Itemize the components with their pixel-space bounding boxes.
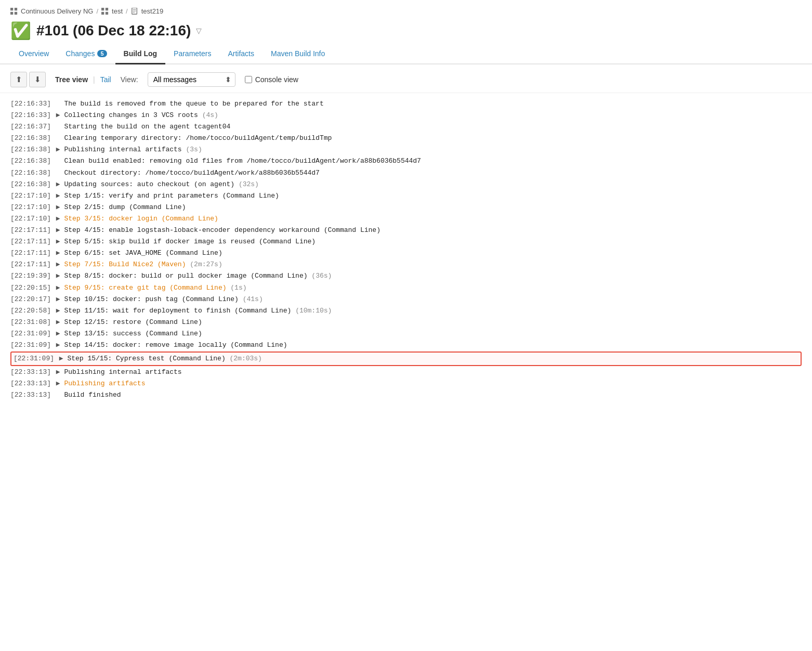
log-arrow[interactable]: ▶ — [52, 236, 64, 248]
log-arrow — [52, 121, 64, 133]
log-arrow[interactable]: ▶ — [52, 294, 64, 305]
log-time: [22:17:10] — [10, 213, 52, 225]
tab-artifacts[interactable]: Artifacts — [219, 44, 263, 64]
tab-overview[interactable]: Overview — [10, 44, 57, 64]
log-line: [22:17:10] ▶ Step 1/15: verify and print… — [10, 190, 802, 202]
log-text: Step 8/15: docker: build or pull docker … — [64, 270, 802, 282]
success-icon: ✅ — [10, 22, 31, 39]
view-select-wrap: All messages Important messages Warnings… — [148, 72, 235, 87]
build-dropdown-arrow[interactable]: ▽ — [196, 27, 202, 35]
breadcrumb-part3[interactable]: test219 — [141, 7, 164, 15]
console-view-wrap: Console view — [245, 75, 298, 84]
scroll-top-button[interactable]: ⬆ — [10, 72, 27, 87]
log-arrow[interactable]: ▶ — [52, 190, 64, 202]
log-line: [22:20:58] ▶ Step 11/15: wait for deploy… — [10, 305, 802, 317]
log-line: [22:31:08] ▶ Step 12/15: restore (Comman… — [10, 317, 802, 328]
log-arrow — [52, 389, 64, 401]
svg-rect-1 — [15, 8, 17, 10]
tab-maven-build-info[interactable]: Maven Build Info — [263, 44, 333, 64]
tree-view-link[interactable]: Tree view — [55, 75, 88, 84]
log-arrow — [52, 133, 64, 144]
log-text: Step 6/15: set JAVA_HOME (Command Line) — [64, 248, 802, 259]
log-text: Step 5/15: skip build if docker image is… — [64, 236, 802, 248]
log-text: Publishing internal artifacts — [64, 367, 802, 378]
log-arrow[interactable]: ▶ — [52, 110, 64, 121]
view-select[interactable]: All messages Important messages Warnings… — [148, 72, 235, 87]
log-text: Step 4/15: enable logstash-loback-encode… — [64, 225, 802, 236]
breadcrumb: Continuous Delivery NG / test / test219 — [0, 0, 812, 20]
log-line: [22:33:13] ▶ Publishing internal artifac… — [10, 367, 802, 378]
log-time: [22:19:39] — [10, 270, 52, 282]
toolbar: ⬆ ⬇ Tree view | Tail View: All messages … — [0, 64, 812, 93]
tab-parameters[interactable]: Parameters — [165, 44, 219, 64]
log-arrow[interactable]: ▶ — [52, 328, 64, 340]
log-arrow[interactable]: ▶ — [52, 378, 64, 389]
tab-changes[interactable]: Changes 5 — [57, 44, 115, 64]
log-arrow — [52, 155, 64, 167]
log-duration: (2m:03s) — [230, 355, 262, 362]
log-time: [22:17:10] — [10, 202, 52, 213]
log-time: [22:20:58] — [10, 305, 52, 317]
log-time: [22:16:33] — [10, 98, 52, 110]
log-arrow[interactable]: ▶ — [52, 282, 64, 294]
breadcrumb-part2[interactable]: test — [112, 7, 123, 15]
log-duration: (1s) — [230, 284, 246, 292]
svg-rect-4 — [101, 8, 104, 10]
log-arrow[interactable]: ▶ — [52, 202, 64, 213]
tab-build-log[interactable]: Build Log — [115, 44, 166, 64]
log-arrow[interactable]: ▶ — [52, 225, 64, 236]
log-text: Starting the build on the agent tcagent0… — [64, 121, 802, 133]
log-arrow[interactable]: ▶ — [52, 270, 64, 282]
log-arrow[interactable]: ▶ — [52, 248, 64, 259]
log-arrow[interactable]: ▶ — [52, 317, 64, 328]
tail-link[interactable]: Tail — [100, 75, 111, 84]
log-time: [22:17:11] — [10, 248, 52, 259]
log-text: Build finished — [64, 389, 802, 401]
view-mode-group: Tree view | Tail — [55, 75, 111, 84]
log-line: [22:16:38] Clean build enabled: removing… — [10, 155, 802, 167]
console-view-checkbox[interactable] — [245, 76, 252, 83]
log-line: [22:16:38] ▶ Updating sources: auto chec… — [10, 179, 802, 190]
log-text: Step 1/15: verify and print parameters (… — [64, 190, 802, 202]
log-container: [22:16:33] The build is removed from the… — [0, 93, 812, 411]
log-arrow[interactable]: ▶ — [52, 213, 64, 225]
log-time: [22:33:13] — [10, 389, 52, 401]
log-text: Step 7/15: Build Nice2 (Maven) (2m:27s) — [64, 259, 802, 270]
log-text: Clearing temporary directory: /home/tocc… — [64, 133, 802, 144]
log-time: [22:16:38] — [10, 179, 52, 190]
log-arrow[interactable]: ▶ — [52, 144, 64, 155]
log-arrow — [52, 98, 64, 110]
log-line: [22:17:10] ▶ Step 3/15: docker login (Co… — [10, 213, 802, 225]
log-arrow[interactable]: ▶ — [52, 305, 64, 317]
log-time: [22:20:17] — [10, 294, 52, 305]
log-arrow[interactable]: ▶ — [55, 353, 67, 364]
log-line: [22:33:13] Build finished — [10, 389, 802, 401]
log-line: [22:33:13] ▶ Publishing artifacts — [10, 378, 802, 389]
page-header: ✅ #101 (06 Dec 18 22:16) ▽ — [0, 20, 812, 44]
log-time: [22:16:33] — [10, 110, 52, 121]
log-time: [22:31:09] — [10, 340, 52, 351]
log-time: [22:20:15] — [10, 282, 52, 294]
scroll-bottom-button[interactable]: ⬇ — [29, 72, 46, 87]
log-time: [22:31:08] — [10, 317, 52, 328]
log-time: [22:31:09] — [10, 328, 52, 340]
log-arrow[interactable]: ▶ — [52, 259, 64, 270]
breadcrumb-part1[interactable]: Continuous Delivery NG — [21, 7, 93, 15]
log-line: [22:16:37] Starting the build on the age… — [10, 121, 802, 133]
grid-icon2 — [101, 8, 109, 15]
log-arrow[interactable]: ▶ — [52, 179, 64, 190]
log-arrow[interactable]: ▶ — [52, 340, 64, 351]
log-line: [22:20:17] ▶ Step 10/15: docker: push ta… — [10, 294, 802, 305]
log-text: Step 15/15: Cypress test (Command Line) … — [67, 353, 798, 364]
log-line: [22:31:09] ▶ Step 15/15: Cypress test (C… — [10, 351, 802, 366]
log-text: Step 9/15: create git tag (Command Line)… — [64, 282, 802, 294]
log-line: [22:17:11] ▶ Step 7/15: Build Nice2 (Mav… — [10, 259, 802, 270]
log-arrow[interactable]: ▶ — [52, 367, 64, 378]
svg-rect-6 — [101, 11, 104, 14]
log-duration: (10m:10s) — [295, 307, 332, 315]
console-view-label: Console view — [255, 75, 298, 84]
log-duration: (36s) — [311, 272, 332, 280]
log-line: [22:16:38] ▶ Publishing internal artifac… — [10, 144, 802, 155]
log-duration: (4s) — [202, 111, 218, 119]
log-time: [22:33:13] — [10, 367, 52, 378]
